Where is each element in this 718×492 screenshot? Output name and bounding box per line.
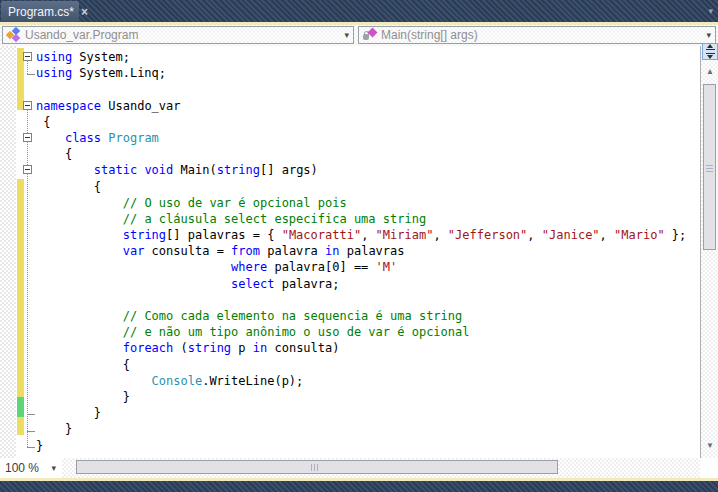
chevron-down-icon[interactable]: ▾: [706, 31, 711, 40]
code-line[interactable]: Console.WriteLine(p);: [36, 373, 686, 389]
vs-editor-window: Program.cs* × ▾ Usando_var.Program ▾ Mai…: [0, 0, 718, 492]
code-line[interactable]: }: [36, 389, 686, 405]
chevron-down-icon[interactable]: ▾: [344, 31, 349, 40]
fold-collapse-box[interactable]: [23, 133, 32, 142]
zoom-value: 100 %: [5, 461, 39, 475]
code-line[interactable]: {: [36, 179, 686, 195]
code-line[interactable]: {: [36, 114, 686, 130]
horizontal-scrollbar[interactable]: [62, 458, 700, 478]
code-line[interactable]: }: [36, 421, 686, 437]
scroll-down-icon[interactable]: ▼: [706, 442, 714, 450]
zoom-control[interactable]: 100 % ▾: [0, 458, 62, 478]
code-line[interactable]: where palavra[0] == 'M': [36, 259, 686, 275]
window-bottom-edge: [0, 481, 718, 492]
fold-end-tick: [27, 414, 35, 415]
split-editor-icon: [707, 44, 713, 48]
code-line[interactable]: {: [36, 357, 686, 373]
fold-margin[interactable]: [0, 46, 36, 458]
code-line[interactable]: using System;: [36, 49, 686, 65]
code-line[interactable]: // Como cada elemento na sequencia é uma…: [36, 308, 686, 324]
split-editor-icon: [706, 49, 715, 54]
document-tab-well: Program.cs* × ▾: [0, 0, 718, 22]
class-icon: [6, 28, 21, 42]
split-editor-icon: [707, 55, 713, 59]
private-method-icon: [362, 28, 377, 42]
code-line[interactable]: {: [36, 146, 686, 162]
thumb-grip-icon: [311, 464, 320, 471]
code-editor[interactable]: using System;using System.Linq; namespac…: [0, 46, 700, 458]
type-dropdown[interactable]: Usando_var.Program ▾: [2, 26, 354, 44]
fold-collapse-box[interactable]: [23, 165, 32, 174]
code-line[interactable]: var consulta = from palavra in palavras: [36, 243, 686, 259]
code-line[interactable]: [36, 292, 686, 308]
code-lines[interactable]: using System;using System.Linq; namespac…: [36, 49, 686, 454]
fold-end-tick: [27, 447, 35, 448]
scrollbar-corner: [700, 458, 718, 478]
fold-collapse-box[interactable]: [23, 101, 32, 110]
document-tab-title: Program.cs*: [8, 5, 74, 19]
fold-extent-line: [27, 61, 28, 74]
vertical-scrollbar[interactable]: ▲ ▼: [700, 46, 718, 458]
document-list-dropdown-icon[interactable]: ▾: [708, 7, 713, 16]
vertical-scrollbar-thumb[interactable]: [703, 84, 716, 250]
scroll-up-icon[interactable]: ▲: [706, 68, 714, 76]
code-line[interactable]: }: [36, 438, 686, 454]
code-line[interactable]: // O uso de var é opcional pois: [36, 195, 686, 211]
code-line[interactable]: namespace Usando_var: [36, 98, 686, 114]
code-line[interactable]: static void Main(string[] args): [36, 162, 686, 178]
code-line[interactable]: class Program: [36, 130, 686, 146]
split-editor-handle[interactable]: [702, 43, 718, 60]
document-tab[interactable]: Program.cs* ×: [1, 1, 79, 22]
editor-bottom-bar: 100 % ▾ ◄ ►: [0, 458, 718, 478]
thumb-grip-icon: [706, 163, 713, 172]
type-dropdown-value: Usando_var.Program: [25, 28, 138, 42]
close-icon[interactable]: ×: [81, 6, 88, 18]
member-dropdown-value: Main(string[] args): [381, 28, 478, 42]
horizontal-scrollbar-thumb[interactable]: [76, 460, 558, 474]
code-line[interactable]: // e não um tipo anônimo o uso de var é …: [36, 324, 686, 340]
member-dropdown[interactable]: Main(string[] args) ▾: [358, 26, 716, 44]
fold-end-tick: [27, 74, 35, 75]
code-line[interactable]: select palavra;: [36, 276, 686, 292]
fold-extent-line: [27, 110, 28, 447]
chevron-down-icon[interactable]: ▾: [51, 464, 56, 473]
code-line[interactable]: // a cláusula select especifica uma stri…: [36, 211, 686, 227]
navigation-bar: Usando_var.Program ▾ Main(string[] args)…: [0, 25, 718, 46]
code-line[interactable]: string[] palavras = { "Macoratti", "Miri…: [36, 227, 686, 243]
code-line[interactable]: foreach (string p in consulta): [36, 340, 686, 356]
fold-collapse-box[interactable]: [23, 52, 32, 61]
fold-end-tick: [27, 431, 35, 432]
code-line[interactable]: using System.Linq;: [36, 65, 686, 81]
code-line[interactable]: [36, 81, 686, 97]
code-line[interactable]: }: [36, 405, 686, 421]
